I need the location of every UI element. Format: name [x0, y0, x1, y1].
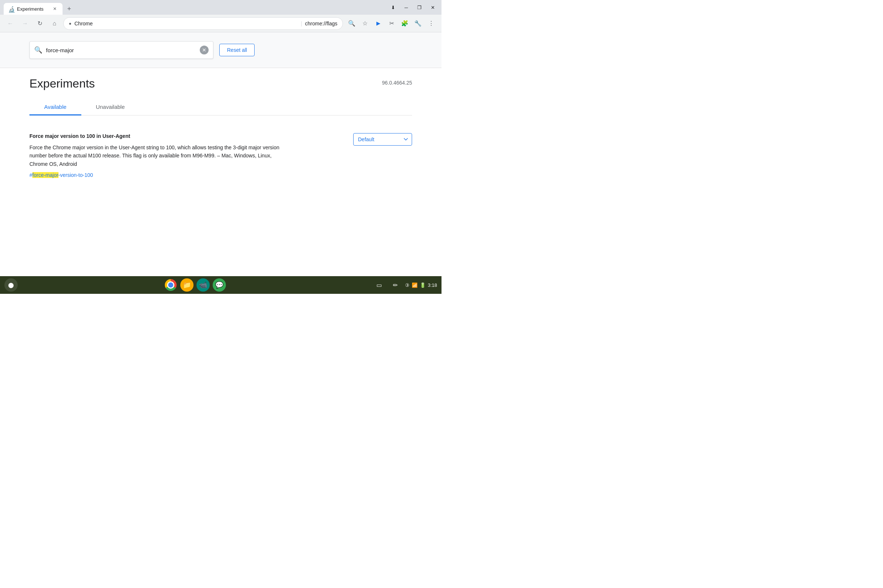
search-icon[interactable]: 🔍: [346, 18, 357, 29]
minimize-button[interactable]: ─: [400, 2, 412, 12]
home-button[interactable]: ⌂: [48, 18, 60, 29]
toolbar-icons: 🔍 ☆ ▶ ✂ 🧩 🔧 ⋮: [346, 18, 437, 29]
tab-unavailable[interactable]: Unavailable: [81, 99, 140, 116]
address-scheme: Chrome: [74, 21, 297, 27]
tabs-container: Available Unavailable: [29, 99, 412, 116]
taskbar-left: ⬤: [5, 278, 18, 292]
taskbar-files-icon[interactable]: 📁: [180, 278, 194, 292]
flag-link[interactable]: #force-major-version-to-100: [29, 172, 93, 178]
address-favicon: ●: [69, 21, 71, 26]
bookmark-icon[interactable]: ☆: [359, 18, 371, 29]
tab-strip: 🔬 Experiments ✕ +: [0, 0, 74, 15]
active-tab[interactable]: 🔬 Experiments ✕: [4, 3, 63, 15]
address-divider: |: [300, 21, 302, 27]
forward-button[interactable]: →: [19, 18, 31, 29]
extensions-icon[interactable]: 🧩: [399, 18, 411, 29]
flag-control: Default Enabled Disabled: [353, 133, 412, 146]
main-content: Experiments 96.0.4664.25 Available Unava…: [0, 68, 442, 193]
files-icon: 📁: [183, 281, 191, 289]
flag-info: Force major version to 100 in User-Agent…: [29, 133, 338, 178]
page-content: 🔍 ✕ Reset all Experiments 96.0.4664.25 A…: [0, 32, 442, 276]
tab-favicon: 🔬: [8, 6, 14, 12]
search-section: 🔍 ✕ Reset all: [0, 32, 442, 68]
wifi-icon: 📶: [412, 282, 417, 288]
close-button[interactable]: ✕: [427, 2, 438, 12]
taskbar-chat-icon[interactable]: 💬: [213, 278, 226, 292]
flag-title: Force major version to 100 in User-Agent: [29, 133, 338, 139]
profile-icon[interactable]: ▶: [372, 18, 384, 29]
new-tab-button[interactable]: +: [64, 4, 74, 14]
back-button[interactable]: ←: [5, 18, 16, 29]
version-text: 96.0.4664.25: [382, 80, 412, 86]
flag-link-rest: -version-to-100: [59, 172, 93, 178]
circle-icon: ⬤: [8, 282, 14, 288]
reload-button[interactable]: ↻: [34, 18, 46, 29]
flag-link-hash: #: [29, 172, 32, 178]
search-clear-button[interactable]: ✕: [200, 46, 209, 54]
tab-close-button[interactable]: ✕: [51, 6, 58, 12]
taskbar-meet-icon[interactable]: 📹: [197, 278, 210, 292]
menu-icon[interactable]: ⋮: [425, 18, 437, 29]
chrome-logo: [165, 279, 177, 291]
toolbar: ← → ↻ ⌂ ● Chrome | chrome://flags 🔍 ☆ ▶ …: [0, 15, 442, 32]
screenshot-button[interactable]: ▭: [373, 278, 386, 292]
taskbar: ⬤ 📁 📹 💬 ▭ ✏: [0, 276, 442, 294]
address-url: chrome://flags: [305, 21, 337, 27]
chat-icon: 💬: [215, 281, 223, 289]
taskbar-chrome-icon[interactable]: [164, 278, 177, 292]
title-bar: 🔬 Experiments ✕ + ⬇ ─ ❐ ✕: [0, 0, 442, 15]
flag-item: Force major version to 100 in User-Agent…: [29, 127, 412, 184]
browser-frame: 🔬 Experiments ✕ + ⬇ ─ ❐ ✕ ← → ↻ ⌂ ● Chro…: [0, 0, 442, 294]
page-header: Experiments 96.0.4664.25: [29, 77, 412, 90]
reset-all-button[interactable]: Reset all: [219, 44, 255, 56]
scissors-icon[interactable]: ✂: [386, 18, 397, 29]
tab-available[interactable]: Available: [29, 99, 81, 116]
extra-extension-icon[interactable]: 🔧: [412, 18, 424, 29]
screenshot-icon: ▭: [376, 282, 382, 289]
download-button[interactable]: ⬇: [387, 2, 399, 12]
flag-select[interactable]: Default Enabled Disabled: [353, 133, 412, 146]
system-status: ③ 📶 🔋 3:18: [405, 282, 437, 288]
status-number[interactable]: ③: [405, 282, 410, 288]
tab-label: Experiments: [17, 6, 48, 12]
pen-icon: ✏: [393, 282, 398, 289]
search-input[interactable]: [46, 47, 196, 53]
maximize-button[interactable]: ❐: [413, 2, 425, 12]
clock-display: 3:18: [428, 282, 437, 288]
pen-button[interactable]: ✏: [389, 278, 402, 292]
taskbar-app-circle[interactable]: ⬤: [5, 278, 18, 292]
search-icon: 🔍: [34, 46, 42, 54]
meet-icon: 📹: [199, 281, 207, 289]
flag-description: Force the Chrome major version in the Us…: [29, 143, 287, 168]
address-bar[interactable]: ● Chrome | chrome://flags: [63, 17, 343, 30]
search-box: 🔍 ✕: [29, 41, 213, 59]
flag-link-highlight: force-major: [32, 172, 59, 178]
taskbar-right: ▭ ✏ ③ 📶 🔋 3:18: [373, 278, 437, 292]
taskbar-center: 📁 📹 💬: [21, 278, 370, 292]
page-title: Experiments: [29, 77, 95, 90]
window-controls: ⬇ ─ ❐ ✕: [384, 0, 442, 15]
battery-icon: 🔋: [420, 282, 426, 288]
